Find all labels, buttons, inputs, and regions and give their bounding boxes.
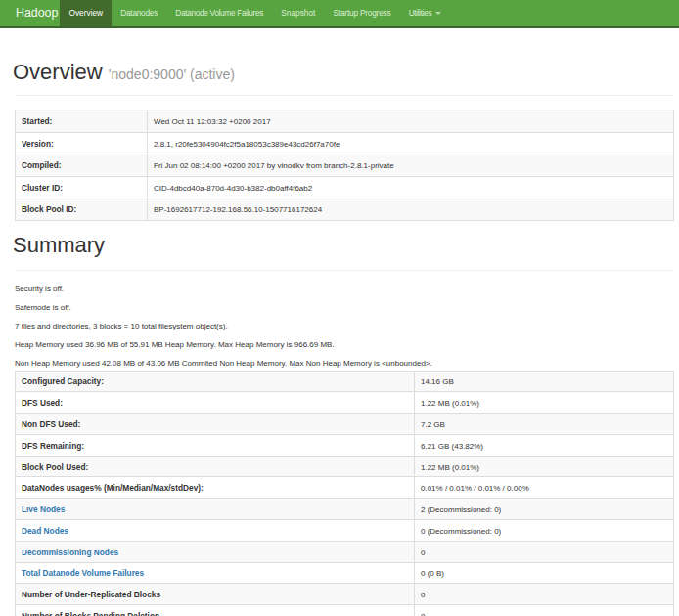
- table-row-under-replicated-blocks: Number of Under-Replicated Blocks0: [16, 584, 674, 605]
- row-value: 2.8.1, r20fe5304904fc2f5a18053c389e43cd2…: [148, 132, 674, 154]
- row-label: Started:: [16, 110, 148, 133]
- row-label: Block Pool Used:: [16, 456, 415, 477]
- non-heap-memory-text: Non Heap Memory used 42.08 MB of 43.06 M…: [15, 356, 674, 371]
- nav-item-datanodes: Datanodes: [112, 0, 166, 26]
- row-value: 0 (Decommissioned: 0): [415, 519, 674, 541]
- row-label: Number of Blocks Pending Deletion: [16, 605, 415, 616]
- row-value: 2 (Decommissioned: 0): [415, 499, 674, 520]
- summary-title: Summary: [13, 234, 674, 257]
- row-label: DFS Remaining:: [16, 434, 415, 456]
- overview-title-text: Overview: [13, 60, 103, 84]
- row-value: 0: [415, 584, 674, 605]
- brand[interactable]: Hadoop: [0, 0, 60, 26]
- row-value: 1.22 MB (0.01%): [415, 456, 674, 477]
- table-row-total-datanode-volume-failures: Total Datanode Volume Failures0 (0 B): [16, 562, 674, 584]
- table-row-started: Started:Wed Oct 11 12:03:32 +0200 2017: [16, 110, 674, 133]
- row-value: 0 (0 B): [415, 562, 674, 584]
- nav-link-datanodes[interactable]: Datanodes: [112, 0, 166, 26]
- row-value: 6.21 GB (43.82%): [415, 434, 674, 456]
- overview-title: Overview 'node0:9000' (active): [13, 61, 674, 86]
- nav-item-utilities: Utilities: [400, 0, 451, 26]
- row-value: 0: [415, 541, 674, 562]
- row-label: Block Pool ID:: [16, 198, 148, 221]
- table-row-live-nodes: Live Nodes2 (Decommissioned: 0): [16, 499, 674, 520]
- decommissioning-nodes-link[interactable]: Decommissioning Nodes: [22, 548, 118, 557]
- overview-table: Started:Wed Oct 11 12:03:32 +0200 2017 V…: [15, 110, 674, 221]
- row-label: Decommissioning Nodes: [16, 541, 415, 562]
- table-row-compiled: Compiled:Fri Jun 02 08:14:00 +0200 2017 …: [16, 154, 674, 177]
- row-value: Fri Jun 02 08:14:00 +0200 2017 by vinodk…: [148, 154, 674, 177]
- safemode-status-text: Safemode is off.: [15, 300, 674, 315]
- row-label: Dead Nodes: [16, 519, 415, 541]
- nav-item-overview: Overview: [60, 0, 112, 26]
- row-label: Compiled:: [16, 154, 148, 177]
- security-status-text: Security is off.: [15, 282, 674, 296]
- table-row-dfs-used: DFS Used:1.22 MB (0.01%): [16, 392, 674, 414]
- table-row-configured-capacity: Configured Capacity:14.16 GB: [16, 371, 674, 392]
- caret-down-icon: [435, 12, 441, 15]
- row-value: 7.2 GB: [415, 414, 674, 435]
- table-row-dfs-remaining: DFS Remaining:6.21 GB (43.82%): [16, 434, 674, 456]
- filesystem-objects-text: 7 files and directories, 3 blocks = 10 t…: [15, 319, 674, 333]
- summary-table: Configured Capacity:14.16 GB DFS Used:1.…: [15, 371, 674, 616]
- table-row-blocks-pending-deletion: Number of Blocks Pending Deletion0: [16, 605, 674, 616]
- summary-header: Summary: [15, 234, 674, 271]
- table-row-non-dfs-used: Non DFS Used:7.2 GB: [16, 414, 674, 435]
- table-row-version: Version:2.8.1, r20fe5304904fc2f5a18053c3…: [16, 132, 674, 154]
- table-row-block-pool-used: Block Pool Used:1.22 MB (0.01%): [16, 456, 674, 477]
- row-value: 1.22 MB (0.01%): [415, 392, 674, 414]
- table-row-dead-nodes: Dead Nodes0 (Decommissioned: 0): [16, 519, 674, 541]
- total-datanode-volume-failures-link[interactable]: Total Datanode Volume Failures: [22, 568, 144, 578]
- table-row-datanodes-usages: DataNodes usages% (Min/Median/Max/stdDev…: [16, 477, 674, 499]
- nav-item-startup-progress: Startup Progress: [324, 0, 399, 26]
- summary-title-text: Summary: [13, 233, 105, 257]
- row-label: Number of Under-Replicated Blocks: [16, 584, 415, 605]
- row-value: BP-1692617712-192.168.56.10-150771617262…: [148, 198, 674, 221]
- row-label: Live Nodes: [16, 499, 415, 520]
- row-label: Non DFS Used:: [16, 414, 415, 435]
- table-row-decommissioning-nodes: Decommissioning Nodes0: [16, 541, 674, 562]
- row-value: 0: [415, 605, 674, 616]
- row-label: DataNodes usages% (Min/Median/Max/stdDev…: [16, 477, 415, 499]
- row-label: Version:: [16, 132, 148, 154]
- live-nodes-link[interactable]: Live Nodes: [22, 505, 65, 514]
- row-value: Wed Oct 11 12:03:32 +0200 2017: [148, 110, 674, 133]
- nav-item-datanode-volume-failures: Datanode Volume Failures: [166, 0, 272, 26]
- nav-link-snapshot[interactable]: Snapshot: [272, 0, 324, 26]
- nav-link-utilities-label: Utilities: [409, 8, 432, 18]
- table-row-block-pool-id: Block Pool ID:BP-1692617712-192.168.56.1…: [16, 198, 674, 221]
- row-label: Configured Capacity:: [16, 371, 415, 392]
- row-value: CID-4dbcd40a-870d-4d30-b382-db0aff4f6ab2: [148, 176, 674, 198]
- overview-subtitle: 'node0:9000' (active): [109, 66, 235, 82]
- row-value: 0.01% / 0.01% / 0.01% / 0.00%: [415, 477, 674, 499]
- nav-link-overview[interactable]: Overview: [60, 0, 112, 26]
- table-row-cluster-id: Cluster ID:CID-4dbcd40a-870d-4d30-b382-d…: [16, 176, 674, 198]
- main-content: Overview 'node0:9000' (active) Started:W…: [15, 61, 674, 616]
- dead-nodes-link[interactable]: Dead Nodes: [22, 526, 68, 536]
- nav-link-datanode-volume-failures[interactable]: Datanode Volume Failures: [166, 0, 272, 26]
- nav-link-utilities[interactable]: Utilities: [400, 0, 451, 26]
- nav-link-startup-progress[interactable]: Startup Progress: [324, 0, 399, 26]
- nav-menu: Overview Datanodes Datanode Volume Failu…: [60, 0, 450, 26]
- nav-item-snapshot: Snapshot: [272, 0, 324, 26]
- row-label: DFS Used:: [16, 392, 415, 414]
- row-label: Total Datanode Volume Failures: [16, 562, 415, 584]
- overview-header: Overview 'node0:9000' (active): [15, 61, 674, 96]
- heap-memory-text: Heap Memory used 36.96 MB of 55.91 MB He…: [15, 337, 674, 352]
- row-label: Cluster ID:: [16, 176, 148, 198]
- navbar: Hadoop Overview Datanodes Datanode Volum…: [0, 0, 679, 28]
- row-value: 14.16 GB: [415, 371, 674, 392]
